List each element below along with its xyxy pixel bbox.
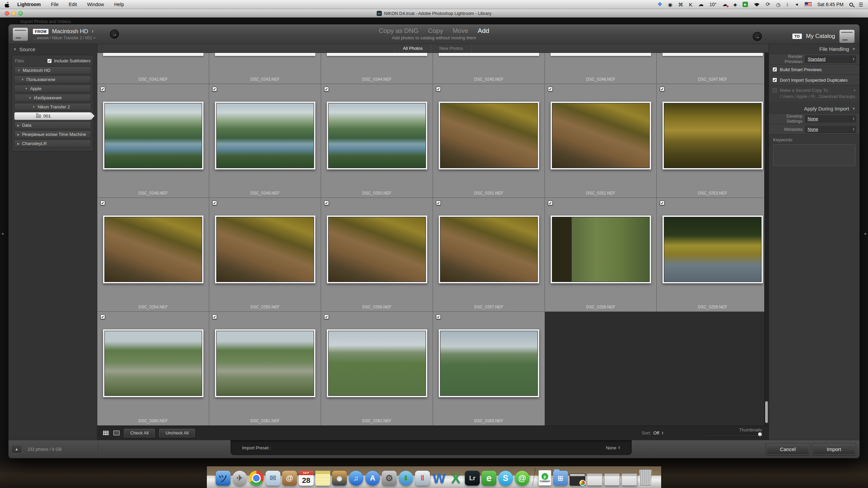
grid-scrollbar-thumb[interactable] <box>765 401 768 423</box>
wifi-icon[interactable] <box>754 2 760 7</box>
expanded-triangle-icon[interactable]: ▼ <box>32 105 35 109</box>
from-source-selector[interactable]: FROM Macintosh HD ▲▼ …жения / Nikon Tran… <box>13 27 96 41</box>
photo-thumbnail[interactable] <box>439 329 539 397</box>
photo-checkbox[interactable]: ✓ <box>100 314 105 319</box>
photo-cell[interactable]: ✓DSC_0253.NEF <box>657 84 769 198</box>
photo-cell[interactable]: DSC_0247.NEF <box>657 53 769 84</box>
source-tree-item-001[interactable]: 001 <box>14 112 91 120</box>
file-handling-header[interactable]: File Handling ▼ <box>769 44 860 54</box>
photo-thumbnail[interactable] <box>103 216 203 283</box>
trash-icon[interactable] <box>639 469 652 486</box>
import-mode-copy-as-dng[interactable]: Copy as DNG <box>379 27 418 35</box>
photo-cell[interactable]: DSC_0242.NEF <box>97 53 209 84</box>
menu-item-file[interactable]: File <box>51 2 59 7</box>
weather-cloud-icon[interactable]: ☁ <box>698 2 704 7</box>
photo-cell[interactable]: DSC_0245.NEF <box>433 53 545 84</box>
photo-checkbox[interactable]: ✓ <box>548 201 553 205</box>
windows-folder-icon[interactable]: ⊞ <box>553 471 568 486</box>
photo-checkbox[interactable]: ✓ <box>660 201 665 205</box>
collapsed-triangle-icon[interactable]: ▶ <box>17 133 20 136</box>
photo-cell[interactable]: ✓DSC_0255.NEF <box>209 198 321 312</box>
photo-cell[interactable]: ✓DSC_0250.NEF <box>321 84 433 198</box>
skype-icon[interactable]: S <box>498 471 513 486</box>
source-tree-item-apple[interactable]: ▼Apple <box>14 85 91 93</box>
menu-item-edit[interactable]: Edit <box>69 2 77 7</box>
photo-cell[interactable]: ✓DSC_0254.NEF <box>97 198 209 312</box>
photo-cell[interactable]: ✓DSC_0251.NEF <box>433 84 545 198</box>
photo-cell[interactable]: ✓DSC_0248.NEF <box>97 84 209 198</box>
utorrent-menu-icon[interactable]: ◆ <box>733 2 737 7</box>
creative-cloud-icon[interactable]: ◉ <box>668 2 672 7</box>
dropbox-icon[interactable]: ❖ <box>657 2 662 7</box>
excel-icon[interactable]: X <box>448 471 463 486</box>
sync-icon[interactable]: ⟳ <box>766 2 770 7</box>
photo-checkbox[interactable]: ✓ <box>100 87 105 92</box>
left-panel-toggle-icon[interactable]: ◂ <box>1 231 3 236</box>
keyboard-viewer-icon[interactable]: ⌘ <box>678 2 683 7</box>
right-panel-toggle-icon[interactable]: ▸ <box>865 231 867 236</box>
source-tree-item-nikon-transfer-2[interactable]: ▼Nikon Transfer 2 <box>14 103 91 111</box>
from-device-name[interactable]: Macintosh HD <box>52 28 88 35</box>
uncheck-all-button[interactable]: Uncheck All <box>159 429 195 438</box>
photo-cell[interactable]: ✓DSC_0256.NEF <box>321 198 433 312</box>
photo-thumbnail[interactable] <box>215 216 315 283</box>
mail-icon[interactable]: ✉ <box>265 471 280 486</box>
dont-import-duplicates-checkbox[interactable]: ✓ <box>772 78 777 82</box>
second-copy-dropdown-icon[interactable]: ▼ <box>853 89 856 92</box>
expanded-triangle-icon[interactable]: ▼ <box>25 87 28 90</box>
photo-cell[interactable]: DSC_0244.NEF <box>321 53 433 84</box>
photo-checkbox[interactable]: ✓ <box>548 87 553 92</box>
import-preset-dropdown[interactable]: None ▲▼ <box>606 445 620 450</box>
photo-thumbnail[interactable] <box>551 102 651 169</box>
source-tree-item-изображения[interactable]: ▼Изображения <box>14 94 91 102</box>
grid-scrollbar[interactable] <box>764 53 769 426</box>
loupe-view-icon[interactable] <box>113 430 120 435</box>
tab-new-photos[interactable]: New Photos <box>431 44 472 53</box>
photo-thumbnail[interactable] <box>327 329 427 397</box>
download-manager-icon[interactable]: ⬇ <box>398 471 413 486</box>
photo-cell[interactable]: ✓DSC_0262.NEF <box>321 312 433 426</box>
photo-checkbox[interactable]: ✓ <box>324 314 329 319</box>
menubar-clock[interactable]: Sat 6:45 PM <box>817 2 844 7</box>
metadata-dropdown[interactable]: None ▲▼ <box>805 126 856 133</box>
photo-checkbox[interactable]: ✓ <box>324 87 329 92</box>
menu-item-window[interactable]: Window <box>87 2 104 7</box>
cloud-error-icon[interactable]: ☁ <box>722 2 728 7</box>
calendar-icon[interactable]: SEP28 <box>299 471 314 486</box>
appstore-icon[interactable]: A <box>365 471 380 486</box>
word-icon[interactable]: W <box>432 471 447 486</box>
photo-thumbnail[interactable] <box>327 216 427 283</box>
finder-window-icon-3[interactable] <box>622 473 637 486</box>
evernote-icon[interactable]: e <box>481 471 496 486</box>
photo-thumbnail[interactable] <box>103 329 203 397</box>
photo-checkbox[interactable]: ✓ <box>100 201 105 205</box>
finder-window-icon-1[interactable] <box>587 473 603 486</box>
photo-thumbnail[interactable] <box>439 216 539 283</box>
import-mode-add[interactable]: Add <box>478 27 489 35</box>
finder-icon[interactable]: ツ <box>216 471 231 486</box>
system-preferences-icon[interactable]: ⚙ <box>382 471 397 486</box>
photo-checkbox[interactable]: ✓ <box>436 201 441 205</box>
kaspersky-icon[interactable]: K <box>689 2 692 7</box>
parallels-icon[interactable]: ‖ <box>415 471 430 486</box>
photo-thumbnail[interactable] <box>215 329 315 397</box>
photo-cell[interactable]: ✓DSC_0249.NEF <box>209 84 321 198</box>
thumbnail-slider-knob[interactable] <box>758 432 762 436</box>
photo-checkbox[interactable]: ✓ <box>436 87 441 92</box>
source-tree-item-data[interactable]: ▶Data <box>14 121 91 129</box>
time-machine-icon[interactable]: ◷ <box>776 2 781 7</box>
itunes-icon[interactable]: ♫ <box>349 471 363 486</box>
photo-checkbox[interactable]: ✓ <box>212 87 217 92</box>
grid-view-icon[interactable] <box>103 430 109 435</box>
photo-checkbox[interactable]: ✓ <box>660 87 665 92</box>
to-catalog-name[interactable]: My Catalog <box>806 33 835 40</box>
source-tree-item-резервные-копии-time-machine[interactable]: ▶Резервные копии Time Machine <box>14 130 91 138</box>
finder-window-icon-2[interactable] <box>604 473 620 486</box>
photo-cell[interactable]: ✓DSC_0261.NEF <box>209 312 321 426</box>
source-panel-header[interactable]: ▼ Source <box>8 44 97 54</box>
import-mode-copy[interactable]: Copy <box>428 27 443 35</box>
develop-settings-dropdown[interactable]: None ▲▼ <box>805 115 856 122</box>
notes-icon[interactable] <box>315 471 330 486</box>
import-mode-move[interactable]: Move <box>453 27 468 35</box>
photo-checkbox[interactable]: ✓ <box>212 314 217 319</box>
